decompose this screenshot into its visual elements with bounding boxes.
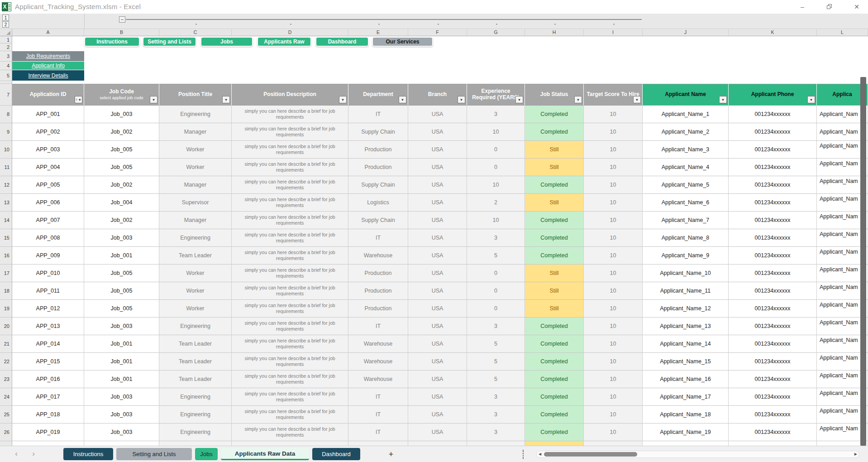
row-number-13[interactable]: 13	[0, 194, 12, 212]
nav-button-jobs[interactable]: Jobs	[200, 37, 253, 47]
cell-code[interactable]: Job_005	[84, 159, 159, 176]
outline-level-1-button[interactable]: 1	[2, 14, 9, 21]
column-header-experience-required-years[interactable]: Experience Required (YEARS)▼	[467, 84, 525, 106]
nav-button-our-services[interactable]: Our Services	[372, 37, 433, 47]
cell-id[interactable]: APP_011	[12, 282, 84, 300]
cell-id[interactable]: APP_002	[12, 123, 84, 141]
collapse-group-button[interactable]: −	[119, 16, 125, 23]
cell-name[interactable]: Applicant_Name_17	[643, 388, 729, 406]
cell-code[interactable]: Job_001	[84, 353, 159, 371]
row-number-1[interactable]: 1	[0, 36, 12, 43]
cell-name[interactable]: Applicant_Name_19	[643, 424, 729, 441]
cell-status[interactable]: Completed	[525, 406, 584, 424]
row-number-11[interactable]: 11	[0, 159, 12, 176]
cell-phone[interactable]: 001234xxxxxx	[729, 406, 817, 424]
cell-partial-row[interactable]	[729, 441, 817, 446]
column-letter-K[interactable]: K	[729, 29, 817, 36]
cell-score[interactable]: 10	[584, 159, 643, 176]
cell-branch[interactable]: USA	[408, 406, 467, 424]
cell-id[interactable]: APP_018	[12, 406, 84, 424]
cell-title[interactable]: Manager	[159, 212, 232, 229]
cell-title[interactable]: Engineering	[159, 318, 232, 335]
column-header-position-title[interactable]: Position Title▼	[159, 84, 232, 106]
cell-branch[interactable]: USA	[408, 141, 467, 159]
row-number-9[interactable]: 9	[0, 123, 12, 141]
cell-desc[interactable]: simply you can here describe a brief for…	[232, 335, 348, 353]
filter-dropdown-icon[interactable]: ▼	[399, 96, 406, 103]
cell-code[interactable]: Job_005	[84, 265, 159, 282]
nav-button-applicants-raw[interactable]: Applicants Raw	[257, 37, 311, 47]
cell-dept[interactable]: IT	[348, 229, 408, 247]
cell-score[interactable]: 10	[584, 424, 643, 441]
cell-exp[interactable]: 5	[467, 335, 525, 353]
cell-dept[interactable]: Supply Chain	[348, 123, 408, 141]
cell-code[interactable]: Job_002	[84, 176, 159, 194]
column-letter-I[interactable]: I	[584, 29, 643, 36]
cell-code[interactable]: Job_005	[84, 282, 159, 300]
cell-status[interactable]: Completed	[525, 123, 584, 141]
cell-status[interactable]: Completed	[525, 335, 584, 353]
cell-dept[interactable]: Production	[348, 159, 408, 176]
filter-dropdown-icon[interactable]: ▼	[150, 96, 157, 103]
cell-phone[interactable]: 001234xxxxxx	[729, 265, 817, 282]
column-header-branch[interactable]: Branch▼	[408, 84, 467, 106]
cell-exp[interactable]: 5	[467, 371, 525, 388]
cell-title[interactable]: Team Leader	[159, 335, 232, 353]
cell-branch[interactable]: USA	[408, 424, 467, 441]
filter-dropdown-icon[interactable]: ▼	[458, 96, 465, 103]
filter-dropdown-icon[interactable]: ▼	[719, 96, 727, 103]
cell-score[interactable]: 10	[584, 229, 643, 247]
cell-code[interactable]: Job_001	[84, 247, 159, 265]
sidebar-link-interview-details[interactable]: Interview Details	[12, 70, 84, 81]
filter-dropdown-icon[interactable]: ▼	[633, 96, 641, 103]
outline-level-2-button[interactable]: 2	[2, 21, 9, 28]
filter-dropdown-icon[interactable]: ▼	[222, 96, 230, 103]
cell-branch[interactable]: USA	[408, 335, 467, 353]
row-number-4[interactable]: 4	[0, 62, 12, 70]
cell-name[interactable]: Applicant_Name_1	[643, 106, 729, 123]
vertical-scrollbar[interactable]	[860, 77, 866, 446]
cell-exp[interactable]: 0	[467, 265, 525, 282]
cell-name[interactable]: Applicant_Name_15	[643, 353, 729, 371]
cell-title[interactable]: Worker	[159, 265, 232, 282]
cell-title[interactable]: Team Leader	[159, 353, 232, 371]
cell-status[interactable]: Still	[525, 265, 584, 282]
cell-name[interactable]: Applicant_Name_8	[643, 229, 729, 247]
cell-code[interactable]: Job_001	[84, 335, 159, 353]
cell-dept[interactable]: IT	[348, 106, 408, 123]
cell-exp[interactable]: 3	[467, 388, 525, 406]
row-number-23[interactable]: 23	[0, 371, 12, 388]
cell-status[interactable]: Completed	[525, 212, 584, 229]
cell-desc[interactable]: simply you can here describe a brief for…	[232, 318, 348, 335]
column-letter-D[interactable]: D	[232, 29, 348, 36]
cell-phone[interactable]: 001234xxxxxx	[729, 176, 817, 194]
cell-desc[interactable]: simply you can here describe a brief for…	[232, 141, 348, 159]
cell-id[interactable]: APP_003	[12, 141, 84, 159]
cell-code[interactable]: Job_004	[84, 194, 159, 212]
cell-desc[interactable]: simply you can here describe a brief for…	[232, 159, 348, 176]
cell-code[interactable]: Job_003	[84, 318, 159, 335]
cell-dept[interactable]: Production	[348, 300, 408, 318]
row-number-7[interactable]: 7	[0, 84, 12, 106]
sheet-scroll-right-icon[interactable]: ›	[29, 449, 38, 458]
row-number-16[interactable]: 16	[0, 247, 12, 265]
row-number-19[interactable]: 19	[0, 300, 12, 318]
cell-desc[interactable]: simply you can here describe a brief for…	[232, 194, 348, 212]
cell-code[interactable]: Job_005	[84, 300, 159, 318]
cell-code[interactable]: Job_003	[84, 388, 159, 406]
cell-score[interactable]: 10	[584, 353, 643, 371]
cell-exp[interactable]: 3	[467, 406, 525, 424]
cell-partial-row[interactable]	[584, 441, 643, 446]
horizontal-scrollbar-thumb[interactable]	[544, 452, 637, 457]
cell-name[interactable]: Applicant_Name_13	[643, 318, 729, 335]
row-number-17[interactable]: 17	[0, 265, 12, 282]
column-letter-A[interactable]: A	[12, 29, 84, 36]
cell-score[interactable]: 10	[584, 141, 643, 159]
cell-branch[interactable]: USA	[408, 106, 467, 123]
cell-title[interactable]: Engineering	[159, 424, 232, 441]
row-number-26[interactable]: 26	[0, 424, 12, 441]
row-number-5[interactable]: 5	[0, 70, 12, 81]
cell-exp[interactable]: 10	[467, 212, 525, 229]
cell-status[interactable]: Still	[525, 194, 584, 212]
cell-exp[interactable]: 10	[467, 123, 525, 141]
